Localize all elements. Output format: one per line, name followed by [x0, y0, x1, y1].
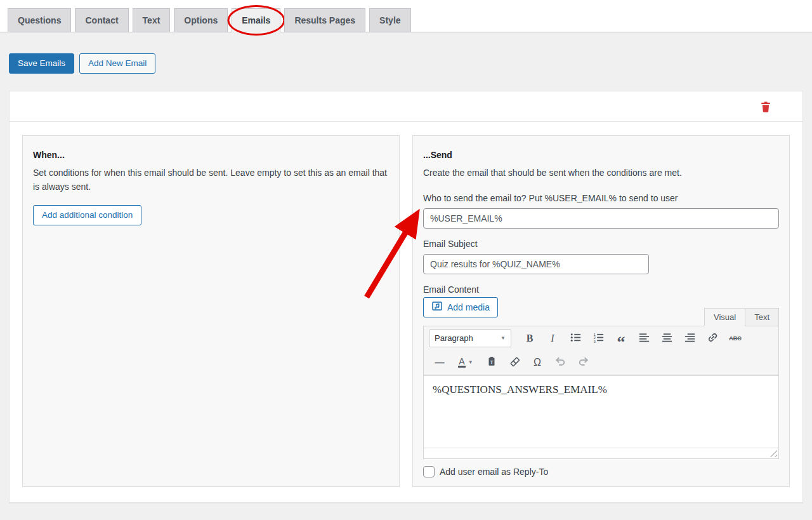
- align-center-icon: [661, 331, 673, 345]
- reply-to-label: Add user email as Reply-To: [440, 467, 548, 477]
- chevron-down-icon: ▼: [468, 359, 473, 365]
- bullet-list-icon: [570, 331, 582, 345]
- redo-icon: [577, 356, 589, 370]
- undo-icon: [554, 356, 566, 370]
- text-color-icon: A: [458, 357, 465, 368]
- align-right-button[interactable]: [679, 329, 700, 348]
- actions-row: Save Emails Add New Email: [9, 53, 803, 74]
- strikethrough-icon: ABC: [729, 335, 742, 342]
- text-color-button[interactable]: A ▼: [452, 353, 480, 372]
- clear-formatting-button[interactable]: [504, 353, 525, 372]
- bullet-list-button[interactable]: [565, 329, 586, 348]
- align-left-button[interactable]: [633, 329, 655, 348]
- editor-tab-visual[interactable]: Visual: [704, 308, 745, 326]
- paragraph-format-value: Paragraph: [435, 333, 473, 343]
- numbered-list-button[interactable]: 1 2 3: [587, 329, 609, 348]
- undo-button[interactable]: [549, 353, 571, 372]
- align-right-icon: [684, 331, 696, 345]
- redo-button[interactable]: [572, 353, 594, 372]
- tab-options[interactable]: Options: [174, 8, 228, 32]
- send-title: ...Send: [423, 150, 779, 160]
- strikethrough-button[interactable]: ABC: [724, 329, 746, 348]
- editor-toolbar-row-1: Paragraph ▼ B I: [424, 326, 778, 350]
- recipient-input[interactable]: [423, 208, 779, 229]
- tab-questions[interactable]: Questions: [8, 8, 71, 32]
- email-content-editor: Paragraph ▼ B I: [423, 326, 779, 459]
- tab-style[interactable]: Style: [369, 8, 410, 32]
- chevron-down-icon: ▼: [501, 335, 506, 341]
- svg-text:T: T: [490, 359, 494, 365]
- special-character-button[interactable]: Ω: [527, 353, 548, 372]
- align-left-icon: [638, 331, 650, 345]
- link-icon: [707, 331, 719, 345]
- when-title: When...: [33, 150, 389, 160]
- italic-button[interactable]: I: [542, 329, 563, 348]
- add-media-label: Add media: [447, 302, 490, 312]
- editor-top-row: Add media Visual Text: [423, 297, 779, 326]
- align-center-button[interactable]: [656, 329, 678, 348]
- send-panel: ...Send Create the email that should be …: [412, 135, 790, 487]
- reply-to-checkbox[interactable]: [423, 466, 435, 477]
- paste-as-text-button[interactable]: T: [481, 353, 502, 372]
- send-description: Create the email that should be sent whe…: [423, 166, 779, 180]
- editor-mode-switches: Visual Text: [704, 308, 779, 326]
- recipient-label: Who to send the email to? Put %USER_EMAI…: [423, 193, 779, 203]
- editor-statusbar: [424, 448, 778, 458]
- trash-icon: [759, 105, 772, 115]
- email-body-textarea[interactable]: %QUESTIONS_ANSWERS_EMAIL%: [424, 375, 778, 448]
- tab-results-pages[interactable]: Results Pages: [284, 8, 365, 32]
- subject-label: Email Subject: [423, 239, 779, 249]
- bold-icon: B: [527, 333, 534, 344]
- content-label: Email Content: [423, 284, 779, 295]
- add-condition-button[interactable]: Add additional condition: [33, 205, 141, 225]
- eraser-icon: [509, 356, 521, 370]
- svg-text:3: 3: [593, 339, 596, 343]
- resize-grip[interactable]: [769, 450, 777, 457]
- tab-emails[interactable]: Emails: [232, 8, 280, 32]
- media-icon: [431, 300, 443, 314]
- blockquote-button[interactable]: “: [610, 329, 632, 348]
- tab-contact[interactable]: Contact: [75, 8, 128, 32]
- when-description: Set conditions for when this email shoul…: [33, 166, 389, 194]
- editor-toolbar-row-2: — A ▼ T: [424, 350, 778, 375]
- horizontal-rule-button[interactable]: —: [429, 353, 450, 372]
- insert-link-button[interactable]: [702, 329, 723, 348]
- horizontal-rule-icon: —: [435, 357, 445, 368]
- tab-bar: Questions Contact Text Options Emails Re…: [0, 0, 812, 32]
- bold-button[interactable]: B: [519, 329, 540, 348]
- subject-input[interactable]: [423, 254, 649, 274]
- tabs-nav: Questions Contact Text Options Emails Re…: [8, 8, 804, 32]
- add-media-button[interactable]: Add media: [423, 297, 498, 317]
- omega-icon: Ω: [534, 357, 541, 368]
- tab-emails-label: Emails: [242, 15, 270, 25]
- email-card-body: When... Set conditions for when this ema…: [10, 122, 802, 502]
- numbered-list-icon: 1 2 3: [593, 331, 605, 345]
- reply-to-row: Add user email as Reply-To: [423, 466, 779, 477]
- italic-icon: I: [551, 333, 554, 344]
- add-new-email-button[interactable]: Add New Email: [79, 53, 155, 74]
- email-card-header: [10, 91, 802, 122]
- delete-email-button[interactable]: [758, 99, 773, 114]
- clipboard-icon: T: [486, 356, 497, 369]
- paragraph-format-dropdown[interactable]: Paragraph ▼: [429, 330, 511, 347]
- save-emails-button[interactable]: Save Emails: [9, 53, 74, 74]
- email-card: When... Set conditions for when this ema…: [9, 91, 803, 503]
- blockquote-icon: “: [617, 340, 625, 345]
- tab-text[interactable]: Text: [133, 8, 171, 32]
- when-panel: When... Set conditions for when this ema…: [22, 135, 400, 487]
- editor-tab-text[interactable]: Text: [745, 308, 779, 326]
